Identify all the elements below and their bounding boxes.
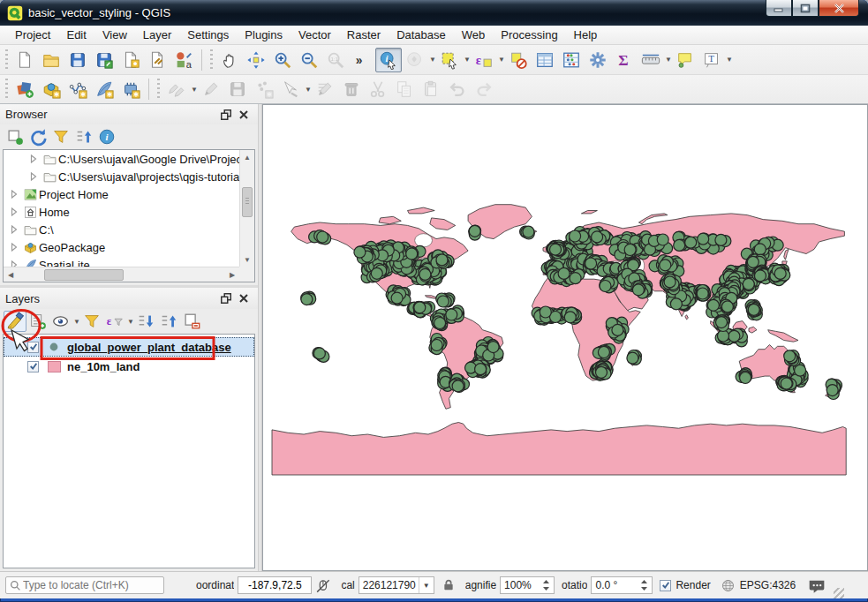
menu-vector[interactable]: Vector: [291, 26, 339, 43]
resize-grip[interactable]: [834, 588, 844, 598]
browser-horizontal-scrollbar[interactable]: ◀ ▶: [4, 267, 239, 282]
messages-icon[interactable]: [808, 578, 826, 593]
crs-value[interactable]: EPSG:4326: [740, 579, 796, 591]
maximize-button[interactable]: [792, 0, 819, 17]
add-selected-layer-button[interactable]: [4, 126, 26, 147]
browser-item-home[interactable]: Home: [4, 203, 239, 221]
toolbar-grip[interactable]: [208, 49, 215, 71]
coordinate-box[interactable]: [238, 576, 312, 594]
browser-item-c-users-ujaval-google-drive-projects[interactable]: C:\Users\ujaval\Google Drive\Projects\: [4, 150, 239, 168]
processing-toolbox-button[interactable]: [585, 48, 611, 72]
layers-panel-header[interactable]: Layers: [0, 288, 258, 309]
rotation-spinbox[interactable]: 0.0 °: [591, 576, 653, 594]
layer-item-ne-10m-land[interactable]: ne_10m_land: [4, 357, 254, 376]
browser-item-spatialite[interactable]: SpatiaLite: [4, 256, 239, 267]
spinner-arrows-icon[interactable]: [542, 578, 550, 592]
crs-globe-icon[interactable]: [721, 578, 736, 593]
scale-combo[interactable]: 226121790▼: [359, 576, 434, 594]
browser-vertical-scrollbar[interactable]: ▲ ▼: [239, 150, 254, 267]
toolbar-grip[interactable]: [4, 79, 10, 100]
coordinate-input[interactable]: [242, 578, 307, 592]
layers-float-button[interactable]: [217, 290, 235, 306]
scroll-up-button[interactable]: ▲: [240, 150, 254, 164]
new-print-layout-button[interactable]: [117, 48, 144, 72]
expander-icon[interactable]: [7, 188, 21, 201]
layer-name[interactable]: global_power_plant_database: [67, 341, 231, 354]
filter-by-expression-button[interactable]: ε: [103, 311, 126, 332]
measure-button[interactable]: [638, 48, 664, 72]
browser-panel-header[interactable]: Browser: [0, 104, 258, 124]
zoom-out-button[interactable]: [296, 48, 322, 72]
menu-web[interactable]: Web: [454, 26, 494, 43]
current-edits-dropdown[interactable]: ▼: [191, 86, 198, 94]
new-spatialite-layer-button[interactable]: [91, 77, 117, 102]
map-canvas[interactable]: [262, 104, 868, 571]
project-new-button[interactable]: [11, 48, 38, 72]
toolbar-overflow-button[interactable]: »: [349, 48, 375, 72]
collapse-all-button[interactable]: [157, 311, 180, 332]
filter-browser-button[interactable]: [49, 126, 72, 147]
locate-input[interactable]: [21, 578, 160, 592]
zoom-in-button[interactable]: [269, 48, 296, 72]
minimize-button[interactable]: [766, 0, 792, 17]
menu-edit[interactable]: Edit: [58, 26, 94, 43]
select-by-expression-dropdown[interactable]: ▼: [498, 56, 505, 64]
expander-icon[interactable]: [26, 153, 41, 166]
measure-dropdown[interactable]: ▼: [665, 56, 672, 64]
run-feature-action-dropdown[interactable]: ▼: [429, 56, 436, 64]
layer-visibility-checkbox[interactable]: [27, 342, 39, 353]
vertex-tool-dropdown[interactable]: ▼: [305, 86, 312, 94]
menu-raster[interactable]: Raster: [339, 26, 389, 43]
new-virtual-layer-button[interactable]: [117, 77, 144, 102]
select-features-dropdown[interactable]: ▼: [464, 56, 471, 64]
text-annotation-dropdown[interactable]: ▼: [726, 56, 733, 64]
menu-help[interactable]: Help: [566, 26, 606, 43]
pan-to-selection-button[interactable]: [243, 48, 269, 72]
magnifier-spinbox[interactable]: 100%: [500, 576, 555, 594]
menu-project[interactable]: Project: [7, 26, 58, 43]
add-group-button[interactable]: [26, 311, 49, 332]
layer-item-global-power-plant-database[interactable]: global_power_plant_database: [4, 337, 254, 357]
properties-button[interactable]: i: [95, 126, 118, 147]
layers-close-button[interactable]: [235, 290, 253, 306]
browser-close-button[interactable]: [235, 107, 253, 123]
browser-item-c-users-ujaval-projects-qgis-tutorials[interactable]: C:\Users\ujaval\projects\qgis-tutorials\: [4, 168, 239, 185]
menu-layer[interactable]: Layer: [135, 26, 180, 43]
expander-icon[interactable]: [7, 206, 21, 219]
scroll-right-button[interactable]: ▶: [225, 267, 239, 282]
expander-icon[interactable]: [7, 241, 21, 254]
manage-map-themes-dropdown[interactable]: ▼: [73, 318, 80, 326]
identify-features-button[interactable]: i: [375, 48, 402, 72]
lock-icon[interactable]: [442, 578, 456, 592]
select-by-expression-button[interactable]: ε: [471, 48, 497, 72]
layer-visibility-checkbox[interactable]: [27, 361, 39, 372]
open-layer-styling-button[interactable]: [4, 311, 26, 332]
manage-map-themes-button[interactable]: [49, 311, 72, 332]
open-attribute-table-button[interactable]: [532, 48, 558, 72]
menu-database[interactable]: Database: [389, 26, 454, 43]
close-button[interactable]: [819, 0, 859, 17]
statistical-summary-button[interactable]: [558, 48, 585, 72]
pan-map-button[interactable]: [216, 48, 243, 72]
spinner-arrows-icon[interactable]: [640, 578, 648, 592]
expander-icon[interactable]: [7, 259, 21, 267]
expand-all-button[interactable]: [134, 311, 157, 332]
menu-settings[interactable]: Settings: [179, 26, 237, 43]
project-save-button[interactable]: [64, 48, 91, 72]
text-annotation-button[interactable]: T: [698, 48, 725, 72]
expander-icon[interactable]: [26, 170, 41, 184]
new-shapefile-layer-button[interactable]: [64, 77, 91, 102]
locator-box[interactable]: [5, 576, 164, 594]
browser-item-project-home[interactable]: Project Home: [4, 185, 239, 203]
menu-processing[interactable]: Processing: [493, 26, 565, 43]
style-manager-button[interactable]: a: [170, 48, 197, 72]
filter-by-expression-dropdown[interactable]: ▼: [127, 318, 134, 326]
new-geopackage-layer-button[interactable]: [38, 77, 64, 102]
browser-item-geopackage[interactable]: GeoPackage: [4, 238, 239, 256]
toolbar-grip[interactable]: [155, 79, 162, 100]
menu-plugins[interactable]: Plugins: [237, 26, 291, 43]
scroll-left-button[interactable]: ◀: [4, 267, 18, 282]
scroll-thumb[interactable]: [242, 187, 253, 217]
deselect-features-button[interactable]: [505, 48, 532, 72]
browser-item-c[interactable]: C:\: [4, 221, 239, 238]
